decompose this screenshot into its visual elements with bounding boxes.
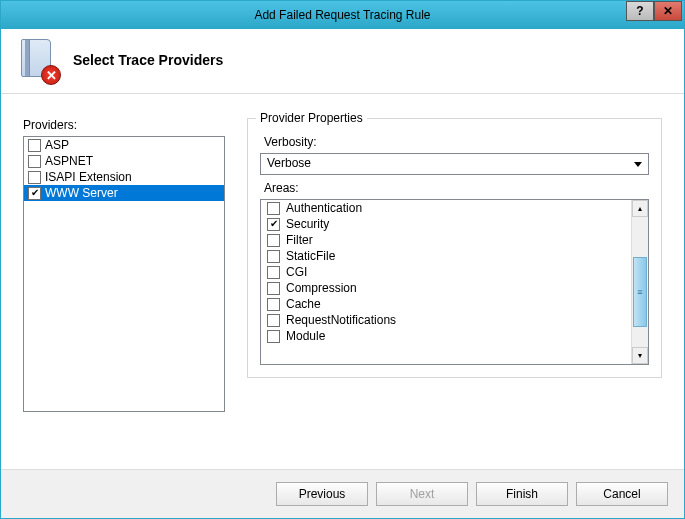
providers-listbox[interactable]: ASP ASPNET ISAPI Extension WWW Server [23, 136, 225, 412]
scroll-up-icon[interactable]: ▴ [632, 200, 648, 217]
checkbox-icon[interactable] [28, 139, 41, 152]
scroll-thumb[interactable] [633, 257, 647, 327]
checkbox-icon[interactable] [267, 250, 280, 263]
area-item-compression[interactable]: Compression [261, 280, 631, 296]
content-area: Providers: ASP ASPNET ISAPI Extension WW… [1, 94, 684, 420]
close-button[interactable]: ✕ [654, 1, 682, 21]
checkbox-icon[interactable] [267, 282, 280, 295]
scroll-down-icon[interactable]: ▾ [632, 347, 648, 364]
area-label: Compression [286, 281, 357, 295]
dialog-window: Add Failed Request Tracing Rule ? ✕ ✕ Se… [0, 0, 685, 519]
checkbox-icon[interactable] [28, 171, 41, 184]
scroll-track[interactable] [632, 217, 648, 347]
areas-listbox[interactable]: Authentication Security Filter Stat [260, 199, 649, 365]
checkbox-icon[interactable] [267, 330, 280, 343]
checkbox-icon[interactable] [267, 202, 280, 215]
finish-button[interactable]: Finish [476, 482, 568, 506]
properties-column: Provider Properties Verbosity: Verbose A… [247, 118, 662, 412]
area-item-module[interactable]: Module [261, 328, 631, 344]
provider-item-isapi[interactable]: ISAPI Extension [24, 169, 224, 185]
providers-column: Providers: ASP ASPNET ISAPI Extension WW… [23, 118, 225, 412]
area-label: Module [286, 329, 325, 343]
provider-label: ASP [45, 138, 69, 152]
previous-button[interactable]: Previous [276, 482, 368, 506]
error-badge-icon: ✕ [41, 65, 61, 85]
provider-item-wwwserver[interactable]: WWW Server [24, 185, 224, 201]
provider-label: ISAPI Extension [45, 170, 132, 184]
area-label: Security [286, 217, 329, 231]
area-item-cgi[interactable]: CGI [261, 264, 631, 280]
verbosity-label: Verbosity: [264, 135, 649, 149]
area-item-authentication[interactable]: Authentication [261, 200, 631, 216]
window-title: Add Failed Request Tracing Rule [1, 8, 684, 22]
wizard-header: ✕ Select Trace Providers [1, 29, 684, 87]
provider-label: ASPNET [45, 154, 93, 168]
areas-label: Areas: [264, 181, 649, 195]
area-label: Authentication [286, 201, 362, 215]
checkbox-icon[interactable] [267, 298, 280, 311]
area-item-requestnotifications[interactable]: RequestNotifications [261, 312, 631, 328]
areas-scrollbar[interactable]: ▴ ▾ [631, 200, 648, 364]
page-title: Select Trace Providers [73, 52, 223, 68]
area-item-cache[interactable]: Cache [261, 296, 631, 312]
checkbox-icon[interactable] [28, 155, 41, 168]
area-label: RequestNotifications [286, 313, 396, 327]
help-button[interactable]: ? [626, 1, 654, 21]
wizard-icon: ✕ [19, 39, 57, 81]
provider-label: WWW Server [45, 186, 118, 200]
area-label: Cache [286, 297, 321, 311]
provider-item-aspnet[interactable]: ASPNET [24, 153, 224, 169]
area-label: Filter [286, 233, 313, 247]
next-button: Next [376, 482, 468, 506]
titlebar: Add Failed Request Tracing Rule ? ✕ [1, 1, 684, 29]
areas-list: Authentication Security Filter Stat [261, 200, 631, 364]
checkbox-icon[interactable] [267, 234, 280, 247]
provider-properties-group: Provider Properties Verbosity: Verbose A… [247, 118, 662, 378]
wizard-footer: Previous Next Finish Cancel [1, 469, 684, 518]
titlebar-buttons: ? ✕ [626, 1, 682, 21]
checkbox-icon[interactable] [28, 187, 41, 200]
providers-label: Providers: [23, 118, 225, 132]
area-label: StaticFile [286, 249, 335, 263]
provider-item-asp[interactable]: ASP [24, 137, 224, 153]
group-title: Provider Properties [256, 111, 367, 125]
verbosity-value: Verbose [267, 156, 311, 170]
area-label: CGI [286, 265, 307, 279]
area-item-security[interactable]: Security [261, 216, 631, 232]
checkbox-icon[interactable] [267, 266, 280, 279]
checkbox-icon[interactable] [267, 218, 280, 231]
area-item-filter[interactable]: Filter [261, 232, 631, 248]
area-item-staticfile[interactable]: StaticFile [261, 248, 631, 264]
cancel-button[interactable]: Cancel [576, 482, 668, 506]
checkbox-icon[interactable] [267, 314, 280, 327]
verbosity-select[interactable]: Verbose [260, 153, 649, 175]
